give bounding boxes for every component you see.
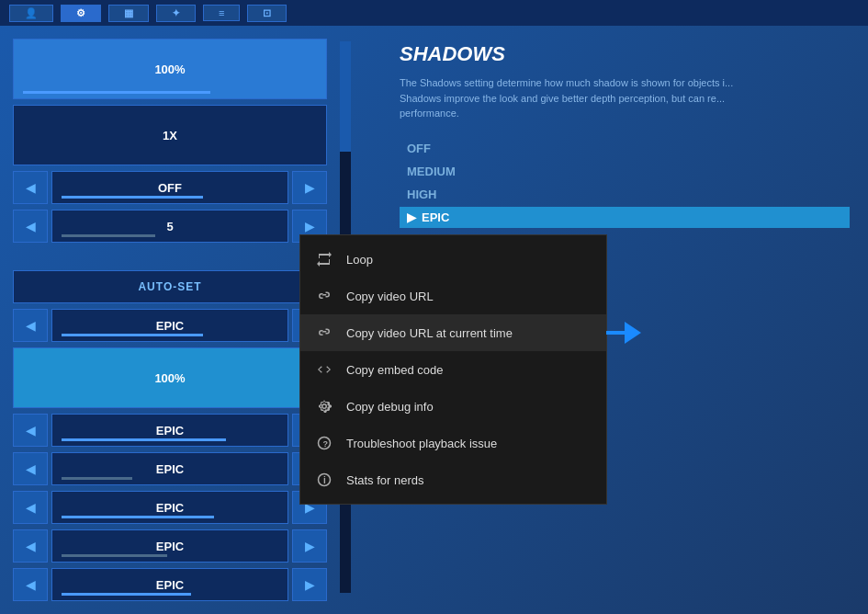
menu-item-stats[interactable]: i Stats for nerds <box>300 461 606 498</box>
embed-icon <box>315 360 333 379</box>
option-off[interactable]: OFF <box>400 138 850 159</box>
auto-set-label: AUTO-SET <box>138 280 201 293</box>
inner-bar-epic1 <box>62 334 203 336</box>
section-title: SHADOWS <box>400 42 850 66</box>
setting-epic-3: EPIC <box>51 452 288 485</box>
setting-epic-4: EPIC <box>51 491 288 524</box>
context-menu: Loop Copy video URL Copy video URL at cu… <box>299 234 607 505</box>
question-icon: ? <box>315 434 333 452</box>
inner-bar-blue <box>23 91 210 94</box>
arrow-left-epic5[interactable]: ◀ <box>13 529 48 563</box>
setting-epic-6: EPIC <box>51 568 288 601</box>
arrow-left-epic6[interactable]: ◀ <box>13 568 48 601</box>
inner-bar-off <box>62 196 203 199</box>
menu-label-copy-url-time: Copy video URL at current time <box>346 326 513 340</box>
setting-epic-6-row: ◀ EPIC ▶ <box>13 568 327 601</box>
nav-tab-6[interactable]: ⊡ <box>247 5 287 22</box>
link-icon-url <box>315 287 333 305</box>
setting-epic-1-row: ◀ EPIC ▶ <box>13 309 327 342</box>
arrow-left-epic4[interactable]: ◀ <box>13 491 48 524</box>
inner-bar-epic5 <box>62 554 167 557</box>
setting-100percent-label: 100% <box>154 63 185 76</box>
option-high-label: HIGH <box>407 188 437 201</box>
gear-icon <box>315 397 333 415</box>
setting-5-label: 5 <box>166 220 173 233</box>
arrow-right-epic5[interactable]: ▶ <box>292 529 327 563</box>
svg-text:i: i <box>323 475 326 485</box>
arrow-left-epic3[interactable]: ◀ <box>13 452 48 485</box>
inner-bar-epic4 <box>62 516 214 518</box>
nav-tab-3[interactable]: ▦ <box>108 5 149 22</box>
setting-off-row: ◀ OFF ▶ <box>13 171 327 204</box>
right-settings-panel: SHADOWS The Shadows setting determine ho… <box>381 26 868 246</box>
arrow-right-epic6[interactable]: ▶ <box>292 568 327 601</box>
option-high[interactable]: HIGH <box>400 184 850 205</box>
setting-5: 5 <box>51 210 288 243</box>
setting-epic-4-row: ◀ EPIC ▶ <box>13 491 327 524</box>
option-arrow-icon: ▶ <box>407 210 416 224</box>
blue-arrow-head <box>625 322 641 344</box>
arrow-right-off[interactable]: ▶ <box>292 171 327 204</box>
setting-off: OFF <box>51 171 288 204</box>
setting-epic-2-label: EPIC <box>156 424 184 438</box>
menu-item-loop[interactable]: Loop <box>300 241 606 278</box>
setting-epic-4-label: EPIC <box>156 501 184 515</box>
section-description: The Shadows setting determine how much s… <box>400 75 749 121</box>
inner-bar-epic3 <box>62 477 132 480</box>
menu-item-copy-embed[interactable]: Copy embed code <box>300 351 606 388</box>
setting-1x: 1x <box>13 105 327 165</box>
setting-epic-5-label: EPIC <box>156 540 184 553</box>
setting-epic-2-row: ◀ EPIC ▶ <box>13 414 327 447</box>
setting-5-row: ◀ 5 ▶ <box>13 210 327 243</box>
setting-100percent-cyan-label: 100% <box>154 371 185 385</box>
setting-epic-1-label: EPIC <box>156 319 184 333</box>
option-medium[interactable]: MEDIUM <box>400 161 850 182</box>
nav-tab-4[interactable]: ✦ <box>156 5 196 22</box>
menu-label-copy-embed: Copy embed code <box>346 363 444 377</box>
inner-bar-gray-5 <box>62 234 155 237</box>
left-settings-panel: 100% 1x ◀ OFF ▶ ◀ 5 ▶ AUTO-SET ◀ EPIC <box>0 26 340 614</box>
nav-tab-2[interactable]: ⚙ <box>61 5 101 22</box>
setting-epic-1: EPIC <box>51 309 288 342</box>
auto-set-bar[interactable]: AUTO-SET <box>13 270 327 303</box>
setting-1x-label: 1x <box>163 129 177 142</box>
menu-label-stats: Stats for nerds <box>346 473 424 487</box>
blue-arrow-tail <box>606 331 625 335</box>
setting-100percent-cyan: 100% <box>13 347 327 408</box>
setting-epic-3-row: ◀ EPIC ▶ <box>13 452 327 485</box>
menu-label-copy-url: Copy video URL <box>346 290 434 303</box>
loop-icon <box>315 250 333 268</box>
menu-item-copy-url[interactable]: Copy video URL <box>300 278 606 314</box>
setting-100percent: 100% <box>13 39 327 99</box>
spacer <box>13 248 327 265</box>
setting-off-label: OFF <box>158 181 182 195</box>
menu-item-copy-url-time[interactable]: Copy video URL at current time <box>300 314 606 351</box>
scrollbar-thumb[interactable] <box>340 41 351 152</box>
option-medium-label: MEDIUM <box>407 165 456 178</box>
inner-bar-epic2 <box>62 438 226 441</box>
svg-text:?: ? <box>323 439 329 449</box>
inner-bar-epic6 <box>62 593 191 596</box>
menu-label-troubleshoot: Troubleshoot playback issue <box>346 437 497 450</box>
setting-epic-3-label: EPIC <box>156 462 184 476</box>
setting-epic-5-row: ◀ EPIC ▶ <box>13 529 327 563</box>
top-navigation: 👤 ⚙ ▦ ✦ ≡ ⊡ <box>0 0 868 26</box>
arrow-left-off[interactable]: ◀ <box>13 171 48 204</box>
option-epic[interactable]: ▶ EPIC <box>400 207 850 228</box>
option-epic-label: EPIC <box>422 210 449 224</box>
menu-item-troubleshoot[interactable]: ? Troubleshoot playback issue <box>300 425 606 461</box>
info-icon: i <box>315 471 333 489</box>
menu-item-copy-debug[interactable]: Copy debug info <box>300 388 606 425</box>
menu-label-loop: Loop <box>346 253 373 267</box>
arrow-left-epic1[interactable]: ◀ <box>13 309 48 342</box>
setting-epic-5: EPIC <box>51 529 288 563</box>
link-icon-time <box>315 324 333 342</box>
option-off-label: OFF <box>407 142 431 155</box>
arrow-left-5[interactable]: ◀ <box>13 210 48 243</box>
setting-epic-2: EPIC <box>51 414 288 447</box>
blue-arrow-indicator <box>606 322 641 344</box>
setting-epic-6-label: EPIC <box>156 578 184 592</box>
nav-tab-1[interactable]: 👤 <box>9 5 53 22</box>
arrow-left-epic2[interactable]: ◀ <box>13 414 48 447</box>
nav-tab-5[interactable]: ≡ <box>203 5 240 21</box>
